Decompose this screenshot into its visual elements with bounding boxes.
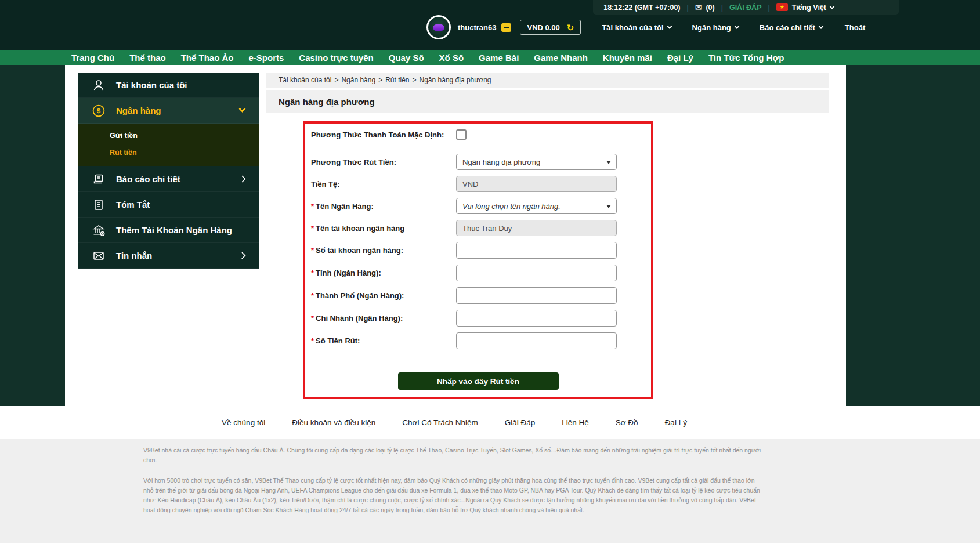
nav-item-game-bai[interactable]: Game Bài xyxy=(479,53,519,63)
field-label: *Số Tiền Rút: xyxy=(305,336,456,345)
nav-item-the-thao-ao[interactable]: Thể Thao Ảo xyxy=(181,53,234,63)
logout-button[interactable]: Thoát xyxy=(845,23,865,32)
nav-item-xo-so[interactable]: Xổ Số xyxy=(439,53,464,63)
svg-text:$: $ xyxy=(97,107,101,114)
field-label: Phương Thức Rút Tiền: xyxy=(305,158,456,166)
form-row: *Chi Nhánh (Ngân Hàng): xyxy=(305,310,651,327)
content-card: Tài khoản của tôi $ Ngân hàng Gửi tiền R… xyxy=(65,65,846,406)
user-bar: thuctran63 VND 0.00 ↻ Tài khoản của tôi … xyxy=(426,13,865,42)
nav-item-khuyen-mai[interactable]: Khuyến mãi xyxy=(603,53,652,63)
nav-item-casino[interactable]: Casino trực tuyến xyxy=(299,53,373,63)
form-row: Phương Thức Rút Tiền: Ngân hàng địa phươ… xyxy=(305,154,651,170)
bank-province-input[interactable] xyxy=(456,265,617,281)
breadcrumb-item-account[interactable]: Tài khoản của tôi xyxy=(279,76,331,84)
account-sidebar: Tài khoản của tôi $ Ngân hàng Gửi tiền R… xyxy=(78,73,259,269)
sidebar-item-reports[interactable]: Báo cáo chi tiết xyxy=(78,166,259,192)
breadcrumb-separator: > xyxy=(378,76,382,84)
sidebar-subitem-deposit[interactable]: Gửi tiền xyxy=(78,128,259,144)
withdraw-submit-button[interactable]: Nhấp vào đây Rút tiền xyxy=(398,372,559,390)
withdrawal-method-select[interactable]: Ngân hàng địa phương xyxy=(456,154,617,170)
breadcrumb-separator: > xyxy=(334,76,338,84)
footer-link-contact[interactable]: Liên Hệ xyxy=(562,418,589,427)
bank-plus-icon xyxy=(92,223,106,237)
field-label: *Thành Phố (Ngân Hàng): xyxy=(305,291,456,300)
field-label: *Tên Ngân Hàng: xyxy=(305,202,456,211)
required-marker: * xyxy=(311,246,314,255)
chevron-right-icon xyxy=(238,252,246,259)
required-marker: * xyxy=(311,202,314,211)
mail-button[interactable]: ✉ (0) xyxy=(695,3,715,12)
sidebar-item-banking[interactable]: $ Ngân hàng xyxy=(78,98,259,124)
message-icon xyxy=(92,249,106,263)
separator: | xyxy=(687,3,689,12)
sidebar-item-add-bank[interactable]: Thêm Tài Khoản Ngân Hàng xyxy=(78,218,259,243)
footer-link-agent[interactable]: Đại Lý xyxy=(665,418,687,427)
content-column: Tài khoản của tôi > Ngân hàng > Rút tiền… xyxy=(266,65,829,406)
language-selector[interactable]: ★ Tiếng Việt xyxy=(776,3,834,12)
sidebar-item-label: Báo cáo chi tiết xyxy=(116,174,180,184)
nav-item-tin-tuc[interactable]: Tin Tức Tổng Hợp xyxy=(708,53,784,63)
footer-link-about[interactable]: Về chúng tôi xyxy=(222,418,265,427)
form-row: *Số tài khoản ngân hàng: xyxy=(305,242,651,259)
footer-link-faq[interactable]: Giải Đáp xyxy=(505,418,536,427)
field-label: *Tên tài khoản ngân hàng xyxy=(305,224,456,233)
withdrawal-amount-input[interactable] xyxy=(456,332,617,349)
chevron-right-icon xyxy=(238,175,246,183)
page-root: 18:12:22 (GMT +07:00) | ✉ (0) | GIẢI ĐÁP… xyxy=(0,0,980,543)
breadcrumb-separator: > xyxy=(413,76,417,84)
avatar[interactable] xyxy=(426,15,451,39)
chevron-down-icon xyxy=(238,105,246,113)
bank-branch-input[interactable] xyxy=(456,310,617,327)
nav-item-trang-chu[interactable]: Trang Chủ xyxy=(71,53,114,63)
withdrawal-form: Phương Thức Thanh Toán Mặc Định: Phương … xyxy=(303,121,653,399)
menu-banking[interactable]: Ngân hàng xyxy=(692,23,739,32)
sidebar-item-account[interactable]: Tài khoản của tôi xyxy=(78,73,259,98)
summary-list-icon xyxy=(92,198,106,212)
caret-down-icon xyxy=(606,205,611,208)
required-marker: * xyxy=(311,224,314,233)
form-row: *Tỉnh (Ngân Hàng): xyxy=(305,265,651,281)
breadcrumb-item-banking[interactable]: Ngân hàng xyxy=(341,76,375,84)
vietnam-flag-icon: ★ xyxy=(776,3,788,11)
nav-item-the-thao[interactable]: Thể thao xyxy=(129,53,166,63)
banking-submenu: Gửi tiền Rút tiền xyxy=(78,124,259,166)
sidebar-item-summary[interactable]: Tóm Tắt xyxy=(78,192,259,218)
caret-down-icon xyxy=(606,161,611,164)
breadcrumb: Tài khoản của tôi > Ngân hàng > Rút tiền… xyxy=(266,73,829,88)
minus-icon xyxy=(504,27,509,28)
faq-link[interactable]: GIẢI ĐÁP xyxy=(729,3,762,12)
refresh-icon[interactable]: ↻ xyxy=(567,23,574,32)
clock: 18:12:22 (GMT +07:00) xyxy=(603,3,680,12)
account-holder-name-field: Thuc Tran Duy xyxy=(456,220,617,236)
user-icon xyxy=(92,78,106,92)
sidebar-subitem-withdraw[interactable]: Rút tiền xyxy=(78,144,259,161)
sidebar-item-label: Tài khoản của tôi xyxy=(116,80,187,90)
mail-count: (0) xyxy=(706,3,714,12)
breadcrumb-item-withdraw[interactable]: Rút tiền xyxy=(385,76,409,84)
menu-account[interactable]: Tài khoản của tôi xyxy=(602,23,671,32)
nav-item-game-nhanh[interactable]: Game Nhanh xyxy=(534,53,588,63)
hide-balance-toggle[interactable] xyxy=(501,23,511,32)
form-row: *Tên Ngân Hàng: Vui lòng chọn tên ngân h… xyxy=(305,198,651,214)
breadcrumb-item-current: Ngân hàng địa phương xyxy=(420,76,491,84)
footer-link-terms[interactable]: Điều khoản và điều kiện xyxy=(292,418,375,427)
currency-field: VND xyxy=(456,176,617,192)
footer-link-sitemap[interactable]: Sơ Đồ xyxy=(616,418,638,427)
field-label: Phương Thức Thanh Toán Mặc Định: xyxy=(305,131,456,139)
footer-link-responsible-gaming[interactable]: Chơi Có Trách Nhiệm xyxy=(402,418,478,427)
sidebar-item-label: Thêm Tài Khoản Ngân Hàng xyxy=(116,225,232,235)
sidebar-item-messages[interactable]: Tin nhắn xyxy=(78,243,259,269)
top-header: 18:12:22 (GMT +07:00) | ✉ (0) | GIẢI ĐÁP… xyxy=(0,0,980,50)
nav-item-dai-ly[interactable]: Đại Lý xyxy=(667,53,693,63)
bank-name-select[interactable]: Vui lòng chọn tên ngân hàng. xyxy=(456,198,617,214)
chevron-down-icon xyxy=(830,4,834,9)
menu-reports[interactable]: Báo cáo chi tiết xyxy=(760,23,823,32)
nav-item-esports[interactable]: e-Sports xyxy=(249,53,284,63)
required-marker: * xyxy=(311,291,314,300)
bank-city-input[interactable] xyxy=(456,287,617,304)
nav-item-quay-so[interactable]: Quay Số xyxy=(389,53,424,63)
default-payment-method-checkbox[interactable] xyxy=(456,129,467,140)
chevron-down-icon xyxy=(667,24,671,28)
required-marker: * xyxy=(311,269,314,277)
bank-account-number-input[interactable] xyxy=(456,242,617,259)
